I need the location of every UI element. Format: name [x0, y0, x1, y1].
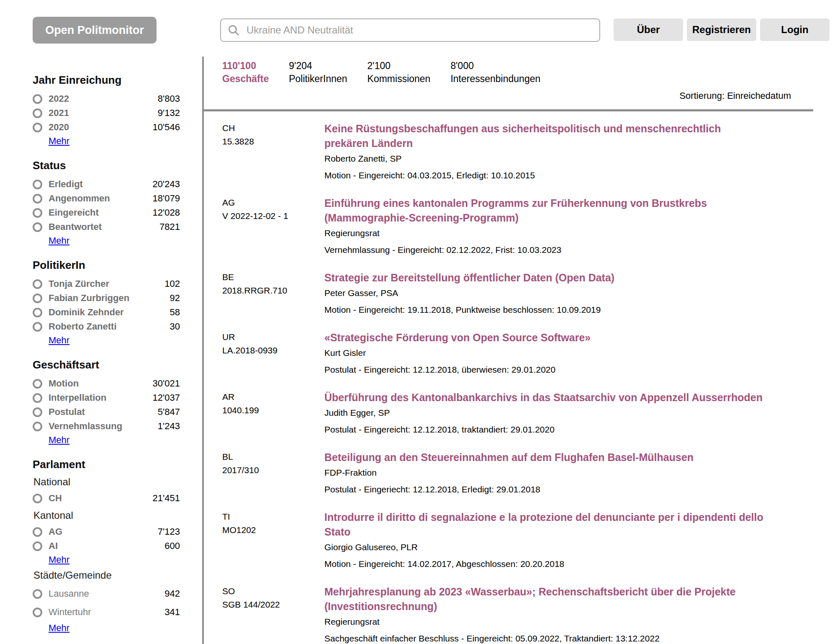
- filter-option[interactable]: Motion 30'021: [33, 376, 180, 391]
- radio-button-icon[interactable]: [33, 379, 42, 389]
- subsection-heading-kantonal: Kantonal: [33, 510, 180, 521]
- result-item: BE 2018.RRGR.710 Strategie zur Bereitste…: [222, 270, 817, 316]
- radio-button-icon[interactable]: [33, 393, 42, 403]
- filter-option[interactable]: Roberto Zanetti 30: [33, 319, 180, 334]
- filter-option[interactable]: Wintertuhr 341: [33, 603, 180, 621]
- result-id: 2017/310: [222, 464, 324, 477]
- filter-label: Wintertuhr: [49, 607, 164, 618]
- result-author: Kurt Gisler: [324, 346, 764, 359]
- about-button[interactable]: Über: [614, 18, 683, 41]
- radio-button-icon[interactable]: [33, 608, 42, 617]
- filter-option[interactable]: 2020 10'546: [33, 120, 180, 134]
- filter-option[interactable]: Tonja Zürcher 102: [33, 277, 180, 291]
- filter-option[interactable]: Dominik Zehnder 58: [33, 305, 180, 319]
- result-id: LA.2018-0939: [222, 344, 324, 357]
- radio-button-icon[interactable]: [33, 208, 42, 218]
- result-region: AG: [222, 196, 324, 209]
- stat-politikerinnen[interactable]: 9'204 PolitikerInnen: [289, 59, 347, 85]
- filter-option[interactable]: Angenommen 18'079: [33, 191, 180, 206]
- filter-option[interactable]: AI 600: [33, 539, 180, 553]
- mehr-link[interactable]: Mehr: [49, 554, 69, 565]
- filter-option[interactable]: Lausanne 942: [33, 585, 180, 603]
- filter-option[interactable]: Eingereicht 12'028: [33, 206, 180, 220]
- radio-button-icon[interactable]: [33, 322, 42, 332]
- stat-interessenbindungen[interactable]: 8'000 Interessenbindungen: [450, 59, 540, 85]
- radio-button-icon[interactable]: [33, 222, 42, 232]
- filter-label: 2021: [49, 108, 158, 118]
- section-title: Status: [33, 159, 180, 172]
- stat-label: Geschäfte: [222, 72, 269, 85]
- result-item: AR 1040.199 Überführung des Kantonalbank…: [222, 390, 817, 436]
- radio-button-icon[interactable]: [33, 308, 42, 317]
- mehr-link[interactable]: Mehr: [49, 136, 69, 147]
- filter-option[interactable]: Postulat 5'847: [33, 405, 180, 419]
- filter-count: 5'847: [158, 407, 180, 417]
- vertical-divider: [202, 57, 204, 644]
- result-title[interactable]: Überführung des Kantonalbankarchivs in d…: [324, 390, 764, 405]
- radio-button-icon[interactable]: [33, 123, 42, 132]
- filter-label: Postulat: [49, 407, 158, 417]
- result-title[interactable]: Einführung eines kantonalen Programms zu…: [324, 196, 764, 225]
- filter-label: 2022: [49, 93, 158, 104]
- search-input[interactable]: [246, 24, 593, 36]
- mehr-link[interactable]: Mehr: [49, 435, 69, 446]
- radio-button-icon[interactable]: [33, 494, 42, 503]
- filter-option[interactable]: 2021 9'132: [33, 106, 180, 120]
- filter-label: Fabian Zurbriggen: [49, 293, 170, 304]
- filter-count: 12'028: [153, 207, 180, 218]
- stats-bar: 110'100 Geschäfte 9'204 PolitikerInnen 2…: [222, 59, 540, 85]
- mehr-link[interactable]: Mehr: [49, 335, 69, 346]
- result-author: Regierungsrat: [324, 615, 764, 628]
- result-region: SO: [222, 585, 324, 598]
- search-box: [220, 18, 600, 42]
- radio-button-icon[interactable]: [33, 108, 42, 118]
- filter-label: AI: [49, 541, 164, 551]
- search-icon: [228, 24, 239, 36]
- result-author: Judith Egger, SP: [324, 406, 764, 419]
- radio-button-icon[interactable]: [33, 180, 42, 189]
- filter-option[interactable]: 2022 8'803: [33, 92, 180, 106]
- radio-button-icon[interactable]: [33, 407, 42, 417]
- filter-label: 2020: [49, 122, 153, 133]
- filter-option[interactable]: AG 7'123: [33, 525, 180, 539]
- result-region: BL: [222, 450, 324, 464]
- login-button[interactable]: Login: [760, 18, 830, 41]
- result-title[interactable]: «Strategische Förderung von Open Source …: [324, 330, 764, 345]
- filter-option[interactable]: Fabian Zurbriggen 92: [33, 291, 180, 305]
- result-title[interactable]: Beteiligung an den Steuereinnahmen auf d…: [324, 450, 764, 465]
- result-id: SGB 144/2022: [222, 598, 324, 611]
- radio-button-icon[interactable]: [33, 194, 42, 204]
- radio-button-icon[interactable]: [33, 94, 42, 104]
- radio-button-icon[interactable]: [33, 422, 42, 431]
- result-title[interactable]: Keine Rüstungsbeschaffungen aus sicherhe…: [324, 121, 764, 151]
- result-title[interactable]: Mehrjahresplanung ab 2023 «Wasserbau»; R…: [324, 585, 764, 614]
- result-meta: UR LA.2018-0939: [222, 330, 324, 376]
- result-meta: SO SGB 144/2022: [222, 585, 324, 644]
- filter-label: Erledigt: [49, 179, 153, 190]
- section-title: Parlament: [33, 458, 180, 471]
- radio-button-icon[interactable]: [33, 279, 42, 289]
- logo-button[interactable]: Open Politmonitor: [33, 17, 157, 44]
- filter-label: Angenommen: [49, 193, 153, 204]
- radio-button-icon[interactable]: [33, 527, 42, 537]
- filter-option[interactable]: Beantwortet 7821: [33, 220, 180, 234]
- filter-option[interactable]: CH 21'451: [33, 491, 180, 505]
- filter-count: 7'123: [158, 526, 180, 537]
- stat-kommissionen[interactable]: 2'100 Kommissionen: [367, 59, 431, 85]
- radio-button-icon[interactable]: [33, 294, 42, 303]
- filter-option[interactable]: Erledigt 20'243: [33, 177, 180, 191]
- result-title[interactable]: Strategie zur Bereitstellung öffentliche…: [324, 270, 764, 285]
- filter-option[interactable]: Interpellation 12'037: [33, 391, 180, 405]
- filter-label: Dominik Zehnder: [49, 307, 170, 318]
- register-button[interactable]: Registrieren: [687, 18, 756, 41]
- radio-button-icon[interactable]: [33, 589, 42, 599]
- mehr-link[interactable]: Mehr: [49, 235, 69, 246]
- radio-button-icon[interactable]: [33, 541, 42, 551]
- filter-label: Eingereicht: [49, 207, 153, 218]
- result-details: Sachgeschäft einfacher Beschluss - Einge…: [324, 632, 764, 644]
- mehr-link[interactable]: Mehr: [49, 623, 69, 634]
- stat-geschaefte[interactable]: 110'100 Geschäfte: [222, 59, 269, 85]
- filter-option[interactable]: Vernehmlassung 1'243: [33, 419, 180, 433]
- result-title[interactable]: Introdurre il diritto di segnalazione e …: [324, 510, 764, 539]
- sorting-label[interactable]: Sortierung: Einreichedatum: [679, 90, 791, 101]
